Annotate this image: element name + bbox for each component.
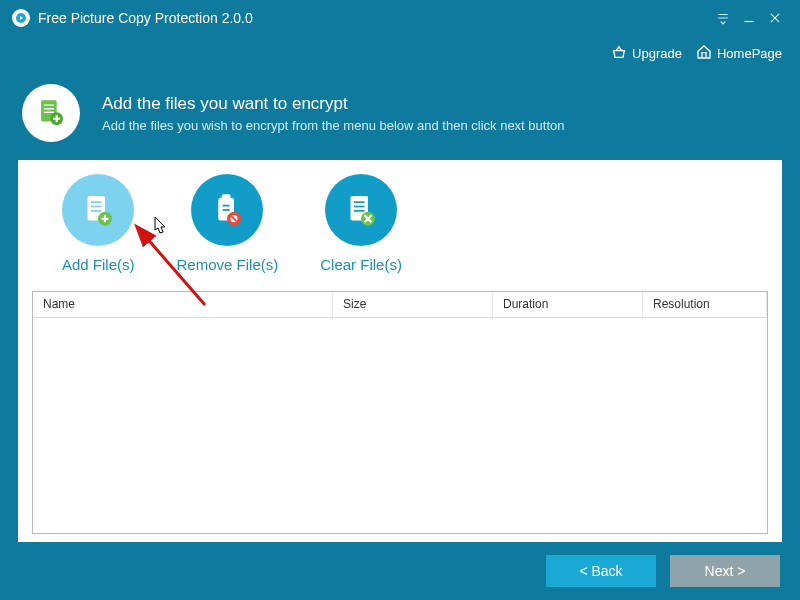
svg-rect-14 <box>91 206 102 208</box>
remove-files-label: Remove File(s) <box>177 256 279 273</box>
svg-rect-8 <box>44 112 54 113</box>
homepage-label: HomePage <box>717 46 782 61</box>
upgrade-button[interactable]: Upgrade <box>611 44 682 63</box>
add-files-icon <box>62 174 134 246</box>
clear-files-label: Clear File(s) <box>320 256 402 273</box>
basket-icon <box>611 44 627 63</box>
svg-rect-28 <box>354 206 365 208</box>
app-window: Free Picture Copy Protection 2.0.0 Upgra… <box>0 0 800 600</box>
svg-rect-7 <box>44 108 54 109</box>
remove-files-button[interactable]: Remove File(s) <box>177 174 279 273</box>
home-icon <box>696 44 712 63</box>
svg-rect-20 <box>222 194 231 198</box>
toolbar: Upgrade HomePage <box>0 36 800 70</box>
page-title: Add the files you want to encrypt <box>102 94 564 114</box>
svg-rect-13 <box>91 201 102 203</box>
minimize-button[interactable] <box>736 8 762 28</box>
clear-files-button[interactable]: Clear File(s) <box>320 174 402 273</box>
col-size[interactable]: Size <box>333 292 493 317</box>
svg-rect-15 <box>91 210 102 212</box>
svg-rect-6 <box>44 105 54 106</box>
next-button[interactable]: Next > <box>670 555 780 587</box>
col-resolution[interactable]: Resolution <box>643 292 767 317</box>
close-button[interactable] <box>762 8 788 28</box>
content-panel: Add File(s) Remove File(s) Clear File(s)… <box>18 160 782 542</box>
back-button[interactable]: < Back <box>546 555 656 587</box>
homepage-button[interactable]: HomePage <box>696 44 782 63</box>
svg-rect-29 <box>354 210 365 212</box>
col-name[interactable]: Name <box>33 292 333 317</box>
add-files-button[interactable]: Add File(s) <box>62 174 135 273</box>
footer: < Back Next > <box>0 542 800 600</box>
header-file-add-icon <box>22 84 80 142</box>
page-header: Add the files you want to encrypt Add th… <box>0 70 800 160</box>
remove-files-icon <box>191 174 263 246</box>
add-files-label: Add File(s) <box>62 256 135 273</box>
clear-files-icon <box>325 174 397 246</box>
titlebar: Free Picture Copy Protection 2.0.0 <box>0 0 800 36</box>
svg-rect-22 <box>223 209 230 211</box>
svg-rect-21 <box>223 205 230 207</box>
table-header: Name Size Duration Resolution <box>33 292 767 318</box>
action-row: Add File(s) Remove File(s) Clear File(s) <box>32 170 768 291</box>
menu-down-icon[interactable] <box>710 8 736 28</box>
app-title: Free Picture Copy Protection 2.0.0 <box>38 10 253 26</box>
upgrade-label: Upgrade <box>632 46 682 61</box>
svg-rect-27 <box>354 201 365 203</box>
file-table: Name Size Duration Resolution <box>32 291 768 534</box>
col-duration[interactable]: Duration <box>493 292 643 317</box>
app-logo-icon <box>12 9 30 27</box>
page-subtitle: Add the files you wish to encrypt from t… <box>102 118 564 133</box>
